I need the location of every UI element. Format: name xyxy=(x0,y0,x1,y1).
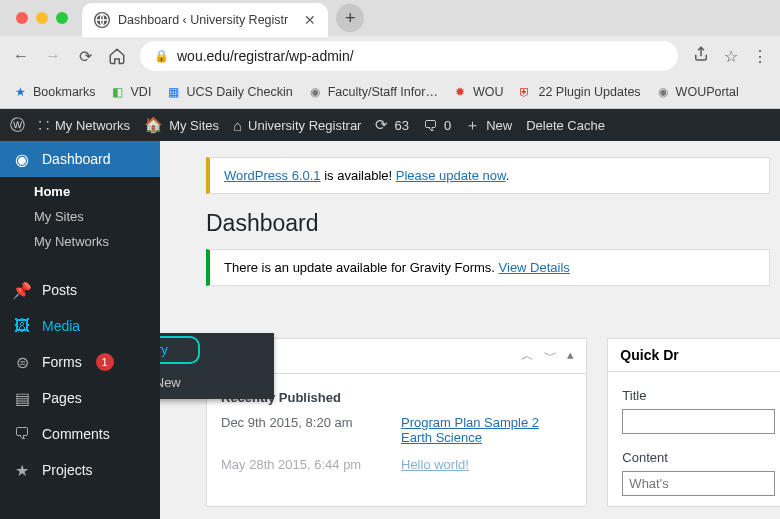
submenu-my-networks[interactable]: My Networks xyxy=(12,229,160,254)
wordpress-icon: ⓦ xyxy=(10,116,25,135)
pages-icon: ▤ xyxy=(12,388,32,408)
lock-icon: 🔒 xyxy=(154,49,169,63)
comment-count[interactable]: 🗨0 xyxy=(423,117,451,134)
tab-title: Dashboard ‹ University Registr xyxy=(118,13,288,27)
flyout-add-new[interactable]: Add New xyxy=(160,366,274,399)
wou-icon: ✹ xyxy=(452,84,468,100)
new-tab-button[interactable]: + xyxy=(336,4,364,32)
dashboard-icon: ◉ xyxy=(12,149,32,169)
site-title[interactable]: ⌂University Registrar xyxy=(233,117,361,134)
maximize-window-icon[interactable] xyxy=(56,12,68,24)
media-icon: 🖼 xyxy=(12,316,32,336)
delete-cache[interactable]: Delete Cache xyxy=(526,118,605,133)
bookmark-item[interactable]: ✹WOU xyxy=(452,84,504,100)
comment-icon: 🗨 xyxy=(423,117,438,134)
close-window-icon[interactable] xyxy=(16,12,28,24)
new-content[interactable]: ＋New xyxy=(465,116,512,135)
bookmark-item[interactable]: ▦UCS Daily Checkin xyxy=(165,84,292,100)
tab-strip: Dashboard ‹ University Registr ✕ + xyxy=(0,0,780,36)
projects-icon: ★ xyxy=(12,460,32,480)
bookmark-star-button[interactable]: ☆ xyxy=(724,47,738,66)
wp-admin-bar: ⓦ ⸬My Networks 🏠My Sites ⌂University Reg… xyxy=(0,109,780,141)
menu-forms[interactable]: ⊜Forms1 xyxy=(0,344,160,380)
bookmark-item[interactable]: ★Bookmarks xyxy=(12,84,96,100)
quick-draft-heading: Quick Dr xyxy=(620,347,678,363)
panel-handles: ︿ ﹀ ▴ xyxy=(521,347,574,365)
menu-dashboard[interactable]: ◉Dashboard xyxy=(0,141,160,177)
bookmarks-bar: ★Bookmarks ◧VDI ▦UCS Daily Checkin ◉Facu… xyxy=(0,76,780,108)
url-text: wou.edu/registrar/wp-admin/ xyxy=(177,48,354,64)
globe-icon: ◉ xyxy=(307,84,323,100)
activity-row: Dec 9th 2015, 8:20 am Program Plan Sampl… xyxy=(221,409,572,451)
forms-badge: 1 xyxy=(96,353,114,371)
dashboard-panels: Activity ︿ ﹀ ▴ Recently Published Dec 9t… xyxy=(206,338,780,507)
media-flyout: Library Add New xyxy=(160,333,274,399)
menu-pages[interactable]: ▤Pages xyxy=(0,380,160,416)
bookmark-item[interactable]: ◧VDI xyxy=(110,84,152,100)
profile-menu-button[interactable]: ⋮ xyxy=(752,47,768,66)
star-icon: ★ xyxy=(12,84,28,100)
forms-icon: ⊜ xyxy=(12,352,32,372)
activity-post-link[interactable]: Program Plan Sample 2 Earth Science xyxy=(401,415,572,445)
activity-timestamp: Dec 9th 2015, 8:20 am xyxy=(221,415,381,445)
page-title: Dashboard xyxy=(206,210,780,237)
notice-wordpress-update: WordPress 6.0.1 is available! Please upd… xyxy=(206,157,770,194)
quick-draft-panel: Quick Dr Title Content xyxy=(607,338,780,507)
submenu-home[interactable]: Home xyxy=(12,179,160,204)
back-button[interactable]: ← xyxy=(12,47,30,65)
forward-button[interactable]: → xyxy=(44,47,62,65)
shield-icon: ⛨ xyxy=(517,84,533,100)
menu-media[interactable]: 🖼Media xyxy=(0,308,160,344)
home-button[interactable] xyxy=(108,47,126,65)
title-label: Title xyxy=(622,382,775,409)
flyout-library[interactable]: Library xyxy=(160,333,274,366)
globe-icon: ◉ xyxy=(655,84,671,100)
submenu-my-sites[interactable]: My Sites xyxy=(12,204,160,229)
chevron-up-icon[interactable]: ︿ xyxy=(521,347,534,365)
wp-body: ◉Dashboard Home My Sites My Networks 📌Po… xyxy=(0,141,780,519)
bookmark-item[interactable]: ◉Faculty/Staff Infor… xyxy=(307,84,438,100)
update-now-link[interactable]: Please update now xyxy=(396,168,506,183)
wp-logo[interactable]: ⓦ xyxy=(10,116,25,135)
network-icon: ⸬ xyxy=(39,116,49,134)
address-bar[interactable]: 🔒 wou.edu/registrar/wp-admin/ xyxy=(140,41,678,71)
my-sites[interactable]: 🏠My Sites xyxy=(144,116,219,134)
content-label: Content xyxy=(622,444,775,471)
notice-gravity-forms: There is an update available for Gravity… xyxy=(206,249,770,286)
admin-menu: ◉Dashboard Home My Sites My Networks 📌Po… xyxy=(0,141,160,519)
chevron-down-icon[interactable]: ﹀ xyxy=(544,347,557,365)
reload-button[interactable]: ⟳ xyxy=(76,47,94,65)
globe-icon xyxy=(94,12,110,28)
my-networks[interactable]: ⸬My Networks xyxy=(39,116,130,134)
activity-row: May 28th 2015, 6:44 pm Hello world! xyxy=(221,451,572,478)
menu-posts[interactable]: 📌Posts xyxy=(0,272,160,308)
quick-draft-content-input[interactable] xyxy=(622,471,775,496)
plus-icon: ＋ xyxy=(465,116,480,135)
browser-tab[interactable]: Dashboard ‹ University Registr ✕ xyxy=(82,3,328,37)
ucs-icon: ▦ xyxy=(165,84,181,100)
dashboard-submenu: Home My Sites My Networks xyxy=(0,177,160,264)
share-button[interactable] xyxy=(692,45,710,67)
wp-content: WordPress 6.0.1 is available! Please upd… xyxy=(160,141,780,519)
collapse-icon[interactable]: ▴ xyxy=(567,347,574,365)
browser-chrome: Dashboard ‹ University Registr ✕ + ← → ⟳… xyxy=(0,0,780,109)
wordpress-version-link[interactable]: WordPress 6.0.1 xyxy=(224,168,321,183)
activity-timestamp: May 28th 2015, 6:44 pm xyxy=(221,457,381,472)
bookmark-item[interactable]: ◉WOUPortal xyxy=(655,84,739,100)
window-controls xyxy=(10,12,74,24)
view-details-link[interactable]: View Details xyxy=(499,260,570,275)
activity-post-link[interactable]: Hello world! xyxy=(401,457,469,472)
update-count[interactable]: ⟳63 xyxy=(375,116,408,134)
vdi-icon: ◧ xyxy=(110,84,126,100)
refresh-icon: ⟳ xyxy=(375,116,388,134)
minimize-window-icon[interactable] xyxy=(36,12,48,24)
menu-projects[interactable]: ★Projects xyxy=(0,452,160,488)
close-tab-icon[interactable]: ✕ xyxy=(296,12,316,28)
toolbar: ← → ⟳ 🔒 wou.edu/registrar/wp-admin/ ☆ ⋮ xyxy=(0,36,780,76)
home-icon: ⌂ xyxy=(233,117,242,134)
comments-icon: 🗨 xyxy=(12,424,32,444)
menu-comments[interactable]: 🗨Comments xyxy=(0,416,160,452)
quick-draft-title-input[interactable] xyxy=(622,409,775,434)
bookmark-item[interactable]: ⛨22 Plugin Updates xyxy=(517,84,640,100)
pin-icon: 📌 xyxy=(12,280,32,300)
